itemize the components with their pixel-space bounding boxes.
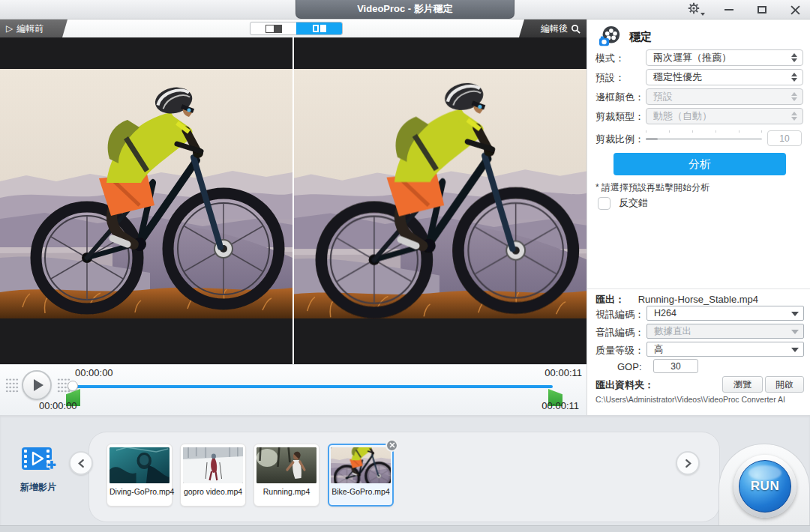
- minimize-button[interactable]: [722, 2, 736, 17]
- crop-type-select[interactable]: 動態（自動）: [646, 108, 803, 124]
- video-codec-row: 視訊編碼： H264: [587, 306, 810, 322]
- drag-handle-icon[interactable]: [5, 378, 19, 393]
- quality-row: 质量等级： 高: [587, 342, 810, 358]
- clip-card-running[interactable]: Running.mp4: [254, 444, 320, 507]
- export-folder-label: 匯出資料夹：: [596, 378, 654, 392]
- gear-icon: [688, 2, 700, 17]
- stabilization-panel: 穩定 模式： 兩次運算（推薦） 預設： 穩定性優先 邊框顏色： 預設: [586, 19, 810, 415]
- stepper-icon: [791, 53, 797, 62]
- scroll-right-button[interactable]: [676, 451, 700, 475]
- remove-clip-button[interactable]: [386, 439, 398, 452]
- videoproc-window: VideoProc - 影片穩定: [0, 0, 810, 532]
- single-view-button[interactable]: [250, 22, 296, 34]
- close-icon: [389, 442, 395, 448]
- tab-after-label: 編輯後: [541, 22, 568, 35]
- video-codec-value: H264: [654, 308, 676, 318]
- border-color-value: 預設: [653, 90, 673, 103]
- deinterlace-checkbox[interactable]: [598, 197, 610, 210]
- preset-value: 穩定性優先: [653, 70, 702, 84]
- preset-label: 預設：: [596, 71, 625, 85]
- stepper-icon: [791, 92, 797, 101]
- clip-card-gopro[interactable]: gopro video.mp4: [180, 444, 246, 507]
- maximize-button[interactable]: [754, 2, 770, 17]
- audio-codec-select[interactable]: 數據直出: [646, 324, 804, 339]
- quality-select[interactable]: 高: [646, 342, 804, 357]
- trim-end-time: 00:00:11: [542, 400, 579, 411]
- stepper-icon: [791, 112, 797, 121]
- close-button[interactable]: [788, 2, 802, 17]
- settings-menu-button[interactable]: [688, 2, 704, 17]
- slider-ticks: [646, 130, 762, 133]
- preview-pane: ▷ 編輯前 編輯後: [0, 19, 586, 415]
- border-color-label: 邊框顏色：: [596, 91, 644, 104]
- preview-tabstrip: ▷ 編輯前 編輯後: [0, 19, 586, 37]
- clip-filename: Bike-GoPro.mp4: [331, 487, 391, 496]
- analyze-hint: * 請選擇預設再點擊開始分析: [596, 181, 710, 194]
- panel-divider: [587, 288, 810, 289]
- preset-row: 預設： 穩定性優先: [587, 69, 810, 85]
- split-view-button[interactable]: [296, 22, 342, 34]
- video-codec-select[interactable]: H264: [646, 306, 804, 321]
- browse-button[interactable]: 瀏覽: [722, 376, 763, 393]
- slider-handle[interactable]: [646, 138, 658, 140]
- video-codec-label: 視訊編碼：: [596, 308, 644, 321]
- video-frame-before: [0, 37, 292, 364]
- tab-after-edit[interactable]: 編輯後: [519, 19, 586, 37]
- tab-before-label: 編輯前: [16, 22, 44, 35]
- gop-input[interactable]: [653, 359, 698, 373]
- gop-label: GOP:: [617, 361, 642, 372]
- gop-row: GOP:: [587, 359, 810, 375]
- clip-filename: gopro video.mp4: [183, 487, 243, 496]
- export-folder-row: 匯出資料夹： 瀏覽 開啟: [587, 376, 810, 393]
- tab-before-edit[interactable]: ▷ 編輯前: [0, 19, 68, 37]
- window-controls: [688, 0, 802, 19]
- crop-ratio-label: 剪裁比例：: [596, 133, 644, 146]
- chevron-right-icon: [684, 459, 692, 468]
- split-view-icon-solid: [320, 25, 326, 32]
- clip-card-diving[interactable]: Diving-GoPro.mp4: [106, 444, 172, 507]
- scroll-left-button[interactable]: [69, 451, 93, 475]
- run-button-ring: RUN: [734, 455, 796, 518]
- playhead-time: 00:00:00: [75, 367, 113, 378]
- preset-select[interactable]: 穩定性優先: [646, 69, 803, 85]
- mode-row: 模式： 兩次運算（推薦）: [587, 49, 810, 66]
- crop-ratio-slider[interactable]: [646, 138, 762, 140]
- open-button[interactable]: 開啟: [765, 376, 804, 393]
- add-video-button[interactable]: 新增影片: [10, 445, 66, 494]
- single-view-icon: [266, 25, 282, 33]
- crop-ratio-value: 10: [767, 130, 802, 146]
- clip-thumbnail: [110, 447, 170, 483]
- titlebar: VideoProc - 影片穩定: [0, 0, 810, 19]
- mode-label: 模式：: [596, 52, 625, 65]
- clip-filename: Diving-GoPro.mp4: [110, 487, 170, 496]
- maximize-icon: [758, 6, 766, 13]
- run-button[interactable]: RUN: [739, 460, 791, 513]
- magnifier-icon: [571, 24, 580, 34]
- add-video-icon: [20, 445, 56, 477]
- dropdown-arrow-icon: [791, 330, 799, 334]
- deinterlace-label: 反交錯: [619, 196, 648, 210]
- timeline-track[interactable]: [72, 385, 553, 388]
- export-path: C:\Users\Administrator\Videos\VideoProc …: [596, 395, 785, 404]
- deinterlace-row: 反交錯: [598, 196, 648, 210]
- border-color-select[interactable]: 預設: [646, 88, 803, 105]
- mode-value: 兩次運算（推薦）: [653, 51, 731, 64]
- mode-select[interactable]: 兩次運算（推薦）: [646, 49, 803, 66]
- split-view-icon: [313, 25, 319, 32]
- playhead-knob[interactable]: [68, 381, 78, 391]
- clip-thumbnail: [331, 447, 391, 483]
- analyze-button[interactable]: 分析: [614, 153, 786, 175]
- video-frame-after: [294, 37, 586, 364]
- panel-title: 穩定: [629, 30, 652, 44]
- crop-type-label: 剪裁類型：: [596, 110, 644, 124]
- crop-ratio-row: 剪裁比例： 10: [587, 130, 810, 147]
- play-outline-icon: ▷: [6, 23, 13, 34]
- dropdown-arrow-icon: [791, 348, 799, 352]
- play-button[interactable]: [22, 370, 52, 400]
- clip-card-bike-selected[interactable]: Bike-GoPro.mp4: [328, 444, 394, 507]
- clip-thumbnail: [183, 447, 243, 483]
- crop-type-row: 剪裁類型： 動態（自動）: [587, 108, 810, 124]
- export-label: 匯出：: [596, 294, 625, 305]
- view-mode-toggle: [250, 22, 343, 35]
- quality-value: 高: [654, 343, 664, 356]
